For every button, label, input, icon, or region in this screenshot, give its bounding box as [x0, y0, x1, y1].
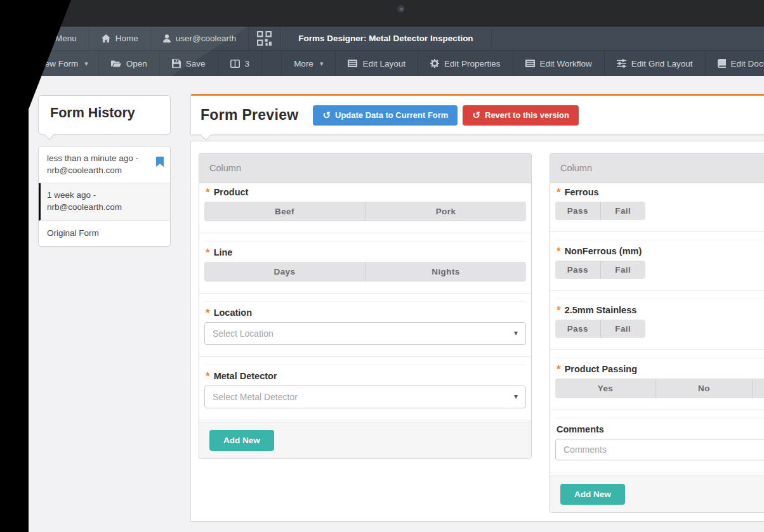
- open-button[interactable]: Open: [99, 51, 160, 76]
- button-group-nonferrous: Pass Fail: [555, 261, 645, 279]
- field-location: * Location Select Location ▾: [199, 294, 531, 357]
- column-footer: Add New: [550, 476, 764, 512]
- gear-icon: [430, 59, 439, 68]
- form-preview-panel: Column * Product Beef Pork *: [190, 141, 764, 522]
- option-button-pork[interactable]: Pork: [365, 202, 526, 221]
- edit-document-button[interactable]: Edit Docu: [706, 51, 764, 76]
- save-button[interactable]: Save: [160, 51, 218, 76]
- sliders-icon: [617, 59, 626, 68]
- columns-count-button[interactable]: 3: [218, 51, 263, 76]
- required-icon: *: [557, 306, 561, 315]
- user-icon: [163, 34, 171, 42]
- option-button-fail[interactable]: Fail: [600, 202, 646, 220]
- field-product-passing: * Product Passing Yes No: [550, 350, 764, 410]
- device-bezel: [0, 0, 764, 27]
- field-label: * Product Passing: [557, 364, 764, 375]
- required-icon: *: [557, 247, 561, 256]
- select-placeholder: Select Metal Detector: [213, 392, 298, 402]
- field-product: * Product Beef Pork: [199, 183, 531, 233]
- toolbar: New Form ▾ Open Save 3 More ▾ Edit Layou…: [29, 50, 764, 76]
- option-button-pass[interactable]: Pass: [555, 320, 600, 338]
- column-footer: Add New: [199, 422, 531, 458]
- option-button-beef[interactable]: Beef: [204, 202, 365, 221]
- user-account-button[interactable]: user@coolearth: [151, 27, 249, 50]
- edit-layout-button[interactable]: Edit Layout: [336, 51, 418, 76]
- update-data-button[interactable]: ↺ Update Data to Current Form: [313, 105, 458, 126]
- add-new-button[interactable]: Add New: [560, 484, 625, 505]
- home-icon: [102, 34, 110, 42]
- field-metal-detector: * Metal Detector Select Metal Detector ▾: [199, 357, 531, 420]
- menu-label: Menu: [55, 34, 77, 43]
- option-button-fail[interactable]: Fail: [600, 320, 646, 338]
- history-item[interactable]: Original Form: [39, 221, 170, 247]
- edit-properties-button[interactable]: Edit Properties: [418, 51, 513, 76]
- user-email-label: user@coolearth: [176, 34, 237, 43]
- button-group-ferrous: Pass Fail: [555, 202, 645, 220]
- edit-workflow-button[interactable]: Edit Workflow: [513, 51, 605, 76]
- form-history-title: Form History: [50, 105, 135, 120]
- bookmark-icon: [156, 157, 164, 167]
- form-column-card-1: Column * Product Beef Pork *: [199, 153, 532, 459]
- qr-code-button[interactable]: [249, 27, 280, 50]
- chevron-down-icon: ▾: [84, 60, 88, 68]
- edit-grid-layout-button[interactable]: Edit Grid Layout: [605, 51, 706, 76]
- field-stainless: * 2.5mm Stainless Pass Fail: [550, 291, 764, 350]
- button-group-product-passing: Yes No: [555, 379, 764, 398]
- field-nonferrous: * NonFerrous (mm) Pass Fail: [550, 232, 764, 291]
- option-button-pass[interactable]: Pass: [555, 202, 600, 220]
- home-button[interactable]: Home: [89, 27, 151, 50]
- field-label: * Location: [206, 308, 526, 318]
- option-button-pass[interactable]: Pass: [555, 261, 600, 279]
- save-icon: [172, 59, 181, 68]
- option-button-days[interactable]: Days: [204, 262, 365, 282]
- comments-input[interactable]: [555, 439, 764, 460]
- metal-detector-select[interactable]: Select Metal Detector ▾: [204, 386, 526, 408]
- field-label: * 2.5mm Stainless: [557, 305, 764, 316]
- revert-version-button[interactable]: ↺ Revert to this version: [463, 105, 579, 126]
- field-label: Comments: [557, 424, 764, 435]
- button-group-product: Beef Pork: [204, 202, 526, 221]
- form-preview-title: Form Preview: [201, 107, 298, 124]
- add-new-button[interactable]: Add New: [209, 430, 274, 451]
- form-history-list: less than a minute ago - nrb@coolearth.c…: [38, 146, 171, 247]
- columns-count: 3: [245, 59, 250, 68]
- required-icon: *: [206, 309, 210, 318]
- column-header: Column: [199, 153, 531, 183]
- field-label: * Product: [206, 187, 526, 198]
- option-button-clipped[interactable]: [752, 379, 764, 398]
- button-group-line: Days Nights: [204, 262, 526, 282]
- home-label: Home: [115, 34, 138, 43]
- form-column-card-2: Column * Ferrous Pass Fail *: [550, 153, 764, 513]
- required-icon: *: [206, 372, 210, 381]
- required-icon: *: [206, 249, 210, 257]
- required-icon: *: [206, 188, 210, 197]
- history-item-selected[interactable]: 1 week ago - nrb@coolearth.com: [39, 183, 170, 220]
- field-label: * Line: [206, 247, 526, 258]
- chevron-down-icon: ▾: [514, 328, 518, 337]
- book-icon: [718, 59, 726, 68]
- button-group-stainless: Pass Fail: [555, 320, 645, 338]
- list-icon: [348, 60, 357, 67]
- column-header: Column: [550, 153, 764, 183]
- field-line: * Line Days Nights: [199, 233, 531, 294]
- columns-icon: [230, 60, 240, 68]
- history-item[interactable]: less than a minute ago - nrb@coolearth.c…: [39, 146, 170, 183]
- qr-code-icon: [257, 31, 272, 46]
- form-preview-header: Form Preview ↺ Update Data to Current Fo…: [190, 94, 764, 135]
- field-comments: Comments: [550, 410, 764, 472]
- undo-icon: ↺: [472, 110, 480, 121]
- location-select[interactable]: Select Location ▾: [204, 322, 526, 345]
- option-button-yes[interactable]: Yes: [555, 379, 655, 398]
- option-button-fail[interactable]: Fail: [600, 261, 646, 279]
- field-label: * Metal Detector: [206, 371, 526, 382]
- app-window: Menu Home user@coolearth Forms Designer:…: [29, 27, 764, 532]
- camera-dot: [397, 5, 405, 13]
- field-label: * NonFerrous (mm): [557, 246, 764, 257]
- form-history-title-card: Form History: [38, 95, 171, 134]
- option-button-no[interactable]: No: [655, 379, 752, 398]
- select-placeholder: Select Location: [213, 328, 273, 339]
- top-navbar: Menu Home user@coolearth Forms Designer:…: [29, 27, 764, 50]
- option-button-nights[interactable]: Nights: [365, 262, 526, 282]
- more-button[interactable]: More ▾: [281, 51, 336, 76]
- app-title: Forms Designer: Metal Detector Inspectio…: [280, 27, 491, 50]
